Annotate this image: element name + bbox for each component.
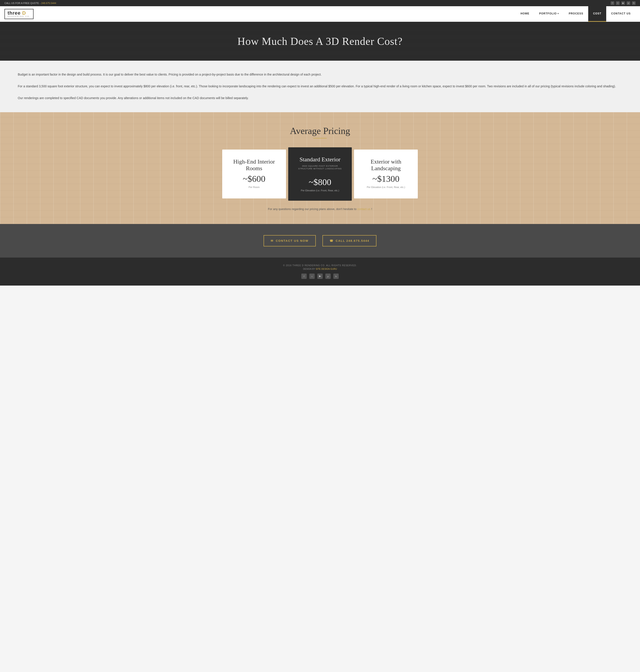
card-landscaping-price: ~$1300 [361,174,411,184]
facebook-icon-footer[interactable]: f [301,274,307,279]
card-landscaping-title: Exterior with Landscaping [361,158,411,172]
nav-home[interactable]: HOME [515,6,534,22]
social-icons-top: f t ▶ p h [611,1,636,5]
email-icon: ✉ [271,239,274,243]
portfolio-chevron: ▾ [557,12,559,15]
logo-sub: RENDERING CO. [8,16,30,17]
footer: © 2016 THREE D RENDERING CO. ALL RIGHTS … [0,258,640,286]
nav-cost[interactable]: COST [588,6,606,22]
content-paragraph-3: Our renderings are completed to specifie… [18,95,622,101]
nav-contact[interactable]: CONTACT US [606,6,636,22]
content-section: Budget is an important factor in the des… [0,61,640,112]
hero-title: How Much Does A 3D Render Cost? [9,35,631,47]
nav-portfolio[interactable]: PORTFOLIO ▾ [534,6,564,22]
pricing-card-landscaping: Exterior with Landscaping ~$1300 Per Ele… [354,149,418,199]
houzz-icon-footer[interactable]: h [333,274,339,279]
card-landscaping-per: Per Elevation (i.e. Front, Rear, etc.) [361,186,411,188]
content-paragraph-1: Budget is an important factor in the des… [18,72,622,77]
pricing-underline [313,138,327,138]
footer-copyright: © 2016 THREE D RENDERING CO. ALL RIGHTS … [9,264,631,267]
nav-process[interactable]: PROCESS [564,6,588,22]
card-exterior-title: Standard Exterior [295,156,345,163]
footer-design: DESIGN BY SITE DESIGN GURU [9,268,631,270]
twitter-icon-footer[interactable]: t [309,274,315,279]
logo[interactable]: three D RENDERING CO. [4,9,33,19]
phone-link[interactable]: 248.675.5444 [41,2,56,4]
pinterest-icon-footer[interactable]: p [325,274,331,279]
contact-us-now-button[interactable]: ✉ CONTACT US NOW [264,235,316,246]
navigation: three D RENDERING CO. HOME PORTFOLIO ▾ P… [0,6,640,22]
card-interior-title: High-End Interior Rooms [229,158,279,172]
card-exterior-subtitle: 3500 SQUARE FOOT EXTERIOR STRUCTURE WITH… [295,165,345,170]
contact-us-link[interactable]: contact us [357,207,370,211]
top-bar: CALL US FOR A FREE QUOTE - 248.675.5444 … [0,0,640,6]
pricing-cards: High-End Interior Rooms ~$600 Per Room S… [220,147,420,201]
twitter-icon-top[interactable]: t [616,1,620,5]
houzz-icon-top[interactable]: h [632,1,636,5]
hero-section: How Much Does A 3D Render Cost? [0,22,640,61]
pricing-section: Average Pricing High-End Interior Rooms … [0,112,640,224]
youtube-icon-footer[interactable]: ▶ [317,274,323,279]
phone-icon: ☎ [330,239,334,243]
card-exterior-per: Per Elevation (i.e. Front, Rear, etc.) [295,189,345,192]
call-button[interactable]: ☎ CALL 248.675.5444 [322,235,377,246]
card-interior-per: Per Room [229,186,279,188]
pricing-card-exterior: Standard Exterior 3500 SQUARE FOOT EXTER… [288,147,352,201]
pinterest-icon-top[interactable]: p [627,1,630,5]
pricing-title: Average Pricing [9,126,631,136]
pricing-note: For any questions regarding our pricing … [9,207,631,211]
social-icons-footer: f t ▶ p h [9,274,631,279]
call-text: CALL US FOR A FREE QUOTE - 248.675.5444 [4,2,56,4]
logo-main: three D [8,11,30,16]
youtube-icon-top[interactable]: ▶ [621,1,625,5]
site-design-link[interactable]: SITE DESIGN GURU [316,268,337,270]
card-exterior-price: ~$800 [295,177,345,187]
pricing-card-interior: High-End Interior Rooms ~$600 Per Room [222,149,286,199]
content-paragraph-2: For a standard 3,500 square foot exterio… [18,84,622,89]
nav-links: HOME PORTFOLIO ▾ PROCESS COST CONTACT US [515,6,636,21]
cta-section: ✉ CONTACT US NOW ☎ CALL 248.675.5444 [0,224,640,258]
facebook-icon-top[interactable]: f [611,1,614,5]
card-interior-price: ~$600 [229,174,279,184]
